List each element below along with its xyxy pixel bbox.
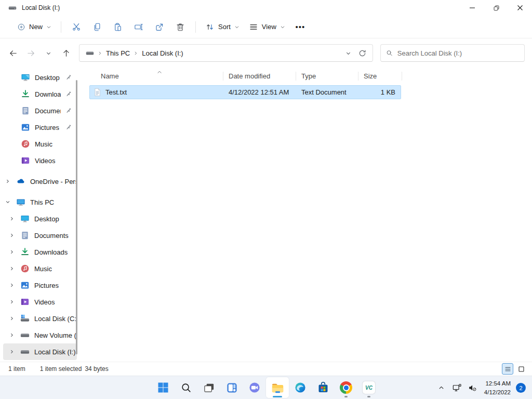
share-button[interactable] (149, 18, 170, 36)
rename-button[interactable] (128, 18, 149, 36)
sort-ascending-icon (157, 68, 162, 75)
sidebar-item-pc-desktop[interactable]: Desktop (3, 210, 77, 227)
start-button[interactable] (152, 377, 175, 398)
paste-button[interactable] (108, 18, 128, 36)
navigation-pane: Desktop Downloads Documents Pictures Mus… (0, 66, 83, 362)
chevron-right-icon[interactable] (8, 299, 16, 304)
file-list-pane: Name Date modified Type Size Test.txt 4/… (83, 66, 532, 362)
file-type: Text Document (296, 88, 358, 96)
sidebar-item-new-volume-e[interactable]: New Volume (E (3, 327, 77, 343)
sidebar-item-pc-downloads[interactable]: Downloads (3, 244, 77, 260)
chevron-right-icon[interactable] (8, 266, 16, 271)
details-view-toggle[interactable] (502, 363, 513, 375)
widgets-button[interactable] (220, 377, 243, 398)
chevron-down-icon (280, 24, 285, 30)
file-row-test-txt[interactable]: Test.txt 4/12/2022 12:51 AM Text Documen… (89, 85, 401, 99)
volume-muted-button[interactable] (466, 379, 480, 397)
sidebar-item-pc-documents[interactable]: Documents (3, 227, 77, 244)
sidebar-item-videos[interactable]: Videos (3, 152, 77, 169)
network-button[interactable] (450, 379, 464, 397)
chevron-right-icon[interactable] (8, 233, 16, 238)
search-box[interactable] (380, 44, 525, 62)
see-more-button[interactable]: ••• (290, 18, 311, 36)
chevron-right-icon[interactable] (8, 216, 16, 221)
column-divider[interactable] (402, 72, 402, 81)
chevron-right-icon[interactable] (8, 249, 16, 255)
widgets-icon (226, 382, 238, 394)
tray-clock[interactable]: 12:54 AM 4/12/2022 (484, 379, 511, 396)
sidebar-item-label: Downloads (35, 90, 61, 98)
column-header-size[interactable]: Size (358, 68, 402, 84)
sidebar-item-music[interactable]: Music (3, 136, 77, 152)
view-button-label: View (262, 23, 276, 31)
chevron-right-icon[interactable] (8, 316, 16, 321)
file-explorer-icon (271, 381, 285, 395)
sidebar-scrollbar[interactable] (76, 80, 77, 354)
up-button[interactable] (58, 45, 74, 61)
pin-icon (65, 124, 72, 130)
search-input[interactable] (397, 49, 519, 57)
task-view-icon (203, 382, 215, 394)
copy-button[interactable] (87, 18, 108, 36)
sidebar-item-local-disk-c[interactable]: Local Disk (C:) (3, 310, 77, 327)
view-button[interactable]: View (244, 18, 290, 36)
task-view-button[interactable] (197, 377, 220, 398)
chat-button[interactable] (243, 377, 266, 398)
drive-icon (8, 4, 17, 12)
file-date-modified: 4/12/2022 12:51 AM (223, 88, 296, 96)
windows-drive-icon (20, 314, 30, 323)
sidebar-item-documents[interactable]: Documents (3, 102, 77, 119)
new-button[interactable]: New (12, 18, 56, 36)
restore-button[interactable] (484, 0, 508, 16)
sort-button[interactable]: Sort (201, 18, 244, 36)
edge-button[interactable] (289, 377, 312, 398)
sidebar-item-pictures[interactable]: Pictures (3, 119, 77, 136)
hidden-icons-button[interactable] (434, 379, 449, 397)
chevron-down-icon (46, 50, 51, 56)
music-icon (21, 139, 30, 149)
share-icon (155, 22, 164, 32)
address-bar[interactable]: This PC Local Disk (I:) (79, 44, 373, 62)
chrome-button[interactable] (335, 377, 357, 398)
notification-badge[interactable]: 2 (516, 383, 526, 393)
sidebar-item-onedrive[interactable]: OneDrive - Perso (3, 173, 77, 190)
microsoft-store-button[interactable] (312, 377, 335, 398)
column-header-type[interactable]: Type (296, 68, 358, 84)
forward-button[interactable] (23, 45, 38, 61)
delete-button[interactable] (170, 18, 191, 36)
chevron-right-icon[interactable] (8, 332, 16, 338)
sidebar-item-desktop[interactable]: Desktop (3, 69, 77, 86)
chevron-right-icon[interactable] (8, 349, 16, 354)
chrome-icon (340, 381, 352, 394)
sidebar-item-pc-music[interactable]: Music (3, 260, 77, 277)
sidebar-item-pc-pictures[interactable]: Pictures (3, 277, 77, 294)
refresh-icon[interactable] (358, 49, 366, 57)
file-explorer-button[interactable] (266, 377, 289, 398)
breadcrumb-this-pc[interactable]: This PC (106, 49, 130, 57)
chevron-right-icon[interactable] (4, 179, 11, 184)
breadcrumb-local-disk[interactable]: Local Disk (I:) (142, 49, 183, 57)
vc-app-button[interactable]: VC (357, 377, 380, 398)
chevron-down-icon[interactable] (4, 200, 11, 205)
cut-button[interactable] (66, 18, 87, 36)
recent-locations-button[interactable] (41, 45, 56, 61)
chevron-right-icon[interactable] (8, 283, 16, 288)
sidebar-item-label: Documents (35, 107, 61, 115)
sidebar-item-label: Videos (34, 298, 55, 306)
search-icon (180, 382, 192, 393)
sidebar-item-this-pc[interactable]: This PC (3, 194, 77, 210)
taskbar-search-button[interactable] (175, 377, 197, 398)
back-button[interactable] (5, 45, 21, 61)
sidebar-item-label: Documents (34, 232, 69, 240)
sidebar-item-local-disk-i[interactable]: Local Disk (I:) (3, 343, 77, 360)
column-header-date-modified[interactable]: Date modified (223, 68, 296, 84)
sidebar-item-downloads[interactable]: Downloads (3, 86, 77, 102)
icons-view-toggle[interactable] (515, 363, 527, 375)
close-button[interactable] (508, 0, 532, 16)
address-dropdown-icon[interactable] (345, 50, 351, 56)
sidebar-item-pc-videos[interactable]: Videos (3, 294, 77, 310)
clock-date: 4/12/2022 (484, 388, 511, 396)
minimize-button[interactable] (460, 0, 484, 16)
new-button-label: New (29, 23, 43, 31)
column-header-name[interactable]: Name (89, 68, 223, 84)
